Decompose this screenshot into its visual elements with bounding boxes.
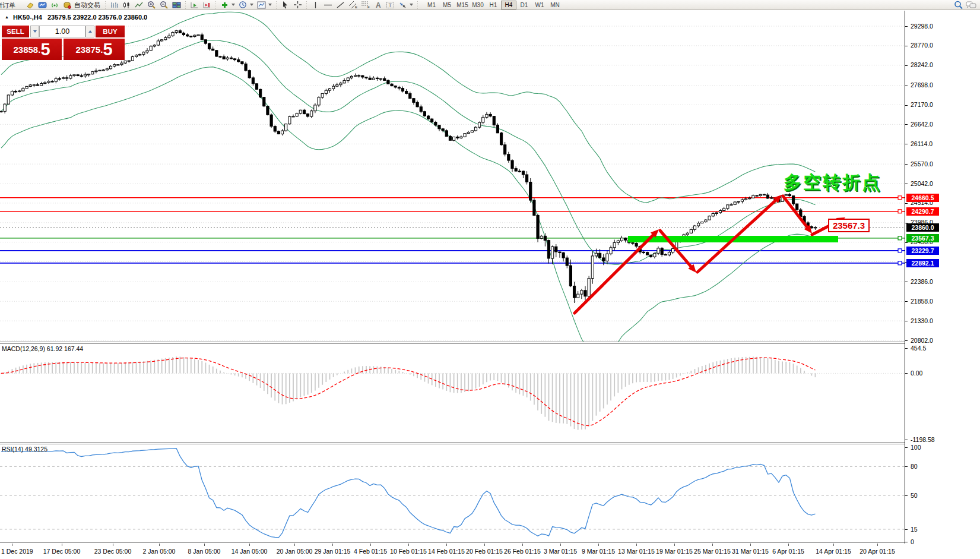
time-tick-label: 26 Feb 01:15 <box>504 548 541 555</box>
axis-tick-mark <box>905 466 908 467</box>
panel-splitter[interactable] <box>0 342 980 344</box>
collapse-panel-icon[interactable]: ▲ <box>5 15 9 19</box>
one-click-trade-panel: SELL 1.00 BUY 23858.5 23875.5 <box>2 26 125 60</box>
symbol-name: HK50-,H4 <box>13 14 42 21</box>
timeframe-button-m5[interactable]: M5 <box>439 1 455 10</box>
text-label-icon[interactable]: T <box>384 0 397 10</box>
time-tick-mark <box>877 544 878 546</box>
rsi-line <box>1 449 815 538</box>
axis-tick-mark <box>905 495 908 496</box>
period-clock-icon[interactable] <box>237 0 249 10</box>
axis-tick-mark <box>905 184 908 184</box>
rsi-indicator-label: RSI(14) 49.3125 <box>2 446 47 453</box>
price-tick-label: 29298.0 <box>911 23 933 30</box>
text-icon[interactable]: A <box>372 0 384 10</box>
candlestick-chart-icon[interactable] <box>120 0 133 10</box>
price-axis[interactable]: 29298.028770.028242.027698.027170.026642… <box>905 11 980 544</box>
search-icon[interactable] <box>952 0 965 10</box>
axis-tick-mark <box>905 321 908 321</box>
time-tick-mark <box>113 544 113 546</box>
autotrade-icon[interactable] <box>61 0 74 10</box>
new-order-button[interactable]: 新订单 <box>0 0 24 10</box>
axis-tick-mark <box>905 124 908 125</box>
time-tick-label: 1 Dec 2019 <box>1 548 33 555</box>
cursor-icon[interactable] <box>279 0 291 10</box>
chart-shift-icon[interactable] <box>201 0 213 10</box>
volume-increase-button[interactable] <box>85 26 94 37</box>
toolbar-grip <box>185 1 186 9</box>
timeframe-button-m30[interactable]: M30 <box>470 1 486 10</box>
bollinger-bands-layer <box>1 12 815 342</box>
toolbar-grip <box>276 1 277 9</box>
trendline-icon[interactable] <box>334 0 347 10</box>
chart-template-icon[interactable] <box>255 0 268 10</box>
time-tick-label: 19 Mar 01:15 <box>656 548 693 555</box>
toolbar-grip <box>105 1 106 9</box>
macd-indicator-label: MACD(12,26,9) 61.92 167.44 <box>2 345 83 352</box>
eraser-icon[interactable] <box>24 0 36 10</box>
period-caret-icon[interactable] <box>250 4 253 6</box>
time-tick-label: 14 Feb 01:15 <box>428 548 465 555</box>
time-tick-mark <box>408 544 409 546</box>
time-tick-label: 29 Jan 01:15 <box>315 548 351 555</box>
time-axis-divider <box>0 542 980 543</box>
axis-tick-mark <box>905 373 908 374</box>
chat-icon[interactable] <box>965 0 977 10</box>
time-tick-label: 14 Jan 05:00 <box>231 548 268 555</box>
community-icon[interactable] <box>36 0 49 10</box>
equidistant-channel-icon[interactable]: E <box>347 0 359 10</box>
time-tick-label: 25 Mar 01:15 <box>694 548 731 555</box>
time-tick-label: 20 Apr 01:15 <box>860 548 895 555</box>
shapes-caret-icon[interactable] <box>410 4 413 6</box>
line-chart-icon[interactable] <box>133 0 145 10</box>
volume-decrease-button[interactable] <box>30 26 39 37</box>
auto-scroll-icon[interactable] <box>188 0 201 10</box>
timeframe-button-d1[interactable]: D1 <box>516 1 532 10</box>
signals-icon[interactable] <box>49 0 61 10</box>
timeframe-button-m15[interactable]: M15 <box>455 1 470 10</box>
volume-input[interactable]: 1.00 <box>39 26 85 37</box>
main-chart[interactable] <box>0 11 905 342</box>
price-tick-label: 25570.0 <box>911 160 933 168</box>
fibonacci-icon[interactable]: F <box>359 0 372 10</box>
zoom-in-icon[interactable] <box>145 0 158 10</box>
rsi-tick-label: 0 <box>911 538 914 545</box>
timeframe-button-h4[interactable]: H4 <box>501 1 516 10</box>
add-indicator-icon[interactable] <box>218 0 231 10</box>
price-line-flag: 24660.5 <box>906 194 939 202</box>
price-tick-label: 25042.0 <box>911 180 933 187</box>
time-tick-mark <box>636 544 637 546</box>
add-indicator-caret-icon[interactable] <box>231 4 235 6</box>
vertical-line-icon[interactable] <box>309 0 322 10</box>
tile-windows-icon[interactable] <box>170 0 183 10</box>
zoom-out-icon[interactable] <box>158 0 170 10</box>
time-tick-mark <box>750 544 751 546</box>
autotrade-button[interactable]: 自动交易 <box>74 1 100 10</box>
symbol-ohlc: 23579.5 23922.0 23576.0 23860.0 <box>47 14 147 21</box>
buy-button[interactable]: BUY <box>96 26 125 37</box>
panel-splitter[interactable] <box>0 442 980 444</box>
svg-text:F: F <box>367 5 370 9</box>
rsi-tick-label: 80 <box>911 463 918 470</box>
axis-tick-mark <box>905 340 908 341</box>
bar-chart-icon[interactable] <box>108 0 120 10</box>
rsi-panel[interactable] <box>0 444 905 542</box>
time-axis[interactable]: 1 Dec 201917 Dec 05:0023 Dec 05:002 Jan … <box>0 544 905 559</box>
time-tick-label: 3 Mar 01:15 <box>544 548 577 555</box>
axis-tick-mark <box>905 301 908 302</box>
sell-button[interactable]: SELL <box>2 26 29 37</box>
shapes-arrows-icon[interactable] <box>397 0 409 10</box>
timeframe-button-w1[interactable]: W1 <box>532 1 547 10</box>
trend-arrows-layer <box>575 195 845 313</box>
timeframe-button-mn[interactable]: MN <box>547 1 563 10</box>
sell-price[interactable]: 23858.5 <box>2 39 62 60</box>
horizontal-line-icon[interactable] <box>322 0 334 10</box>
timeframe-button-m1[interactable]: M1 <box>424 1 439 10</box>
buy-price[interactable]: 23875.5 <box>64 39 125 60</box>
price-tick-label: 28242.0 <box>911 61 933 68</box>
crosshair-icon[interactable] <box>291 0 304 10</box>
macd-panel[interactable] <box>0 344 905 442</box>
timeframe-button-h1[interactable]: H1 <box>486 1 501 10</box>
template-caret-icon[interactable] <box>268 4 272 6</box>
time-tick-label: 20 Jan 05:00 <box>277 548 313 555</box>
